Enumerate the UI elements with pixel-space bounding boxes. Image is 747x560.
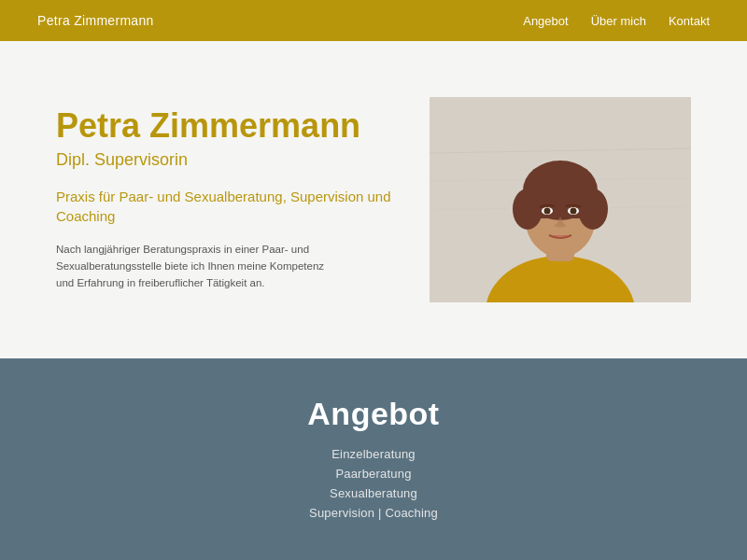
- hero-text-block: Petra Zimmermann Dipl. Supervisorin Prax…: [56, 107, 392, 292]
- nav-ueber-mich[interactable]: Über mich: [591, 14, 646, 28]
- angebot-list: Einzelberatung Paarberatung Sexualberatu…: [309, 447, 438, 520]
- site-header: Petra Zimmermann Angebot Über mich Konta…: [0, 0, 747, 41]
- list-item[interactable]: Supervision | Coaching: [309, 506, 438, 520]
- angebot-heading: Angebot: [307, 396, 439, 432]
- nav-angebot[interactable]: Angebot: [523, 14, 568, 28]
- list-item[interactable]: Sexualberatung: [330, 486, 417, 500]
- hero-name: Petra Zimmermann: [56, 107, 392, 145]
- main-nav: Angebot Über mich Kontakt: [523, 12, 710, 29]
- svg-rect-10: [525, 190, 596, 218]
- hero-subtitle: Praxis für Paar- und Sexualberatung, Sup…: [56, 187, 392, 226]
- angebot-section: Angebot Einzelberatung Paarberatung Sexu…: [0, 358, 747, 560]
- hero-portrait: [430, 97, 691, 302]
- list-item[interactable]: Einzelberatung: [331, 447, 416, 461]
- hero-title: Dipl. Supervisorin: [56, 150, 392, 170]
- svg-point-12: [544, 208, 551, 215]
- site-brand[interactable]: Petra Zimmermann: [37, 13, 154, 28]
- hero-section: Petra Zimmermann Dipl. Supervisorin Prax…: [0, 41, 747, 358]
- svg-point-14: [571, 208, 577, 215]
- hero-description: Nach langjähriger Beratungspraxis in ein…: [56, 241, 336, 292]
- list-item[interactable]: Paarberatung: [335, 467, 411, 481]
- nav-kontakt[interactable]: Kontakt: [669, 14, 710, 28]
